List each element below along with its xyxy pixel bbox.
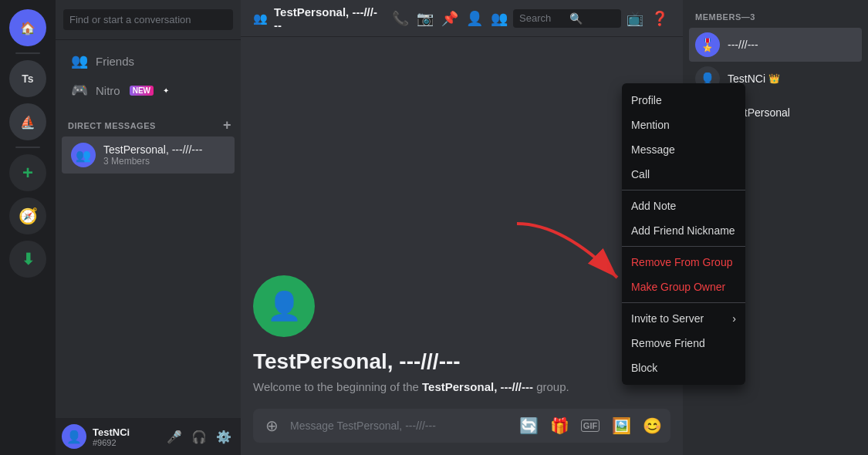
nitro-icon: 🎮 — [71, 82, 86, 99]
user-discriminator: #9692 — [93, 438, 157, 447]
context-block[interactable]: Block — [622, 356, 745, 380]
emoji-spin-button[interactable]: 🔄 — [516, 413, 541, 438]
message-input-box[interactable]: ⊕ Message TestPersonal, ---///--- 🔄 🎁 GI… — [253, 409, 670, 443]
user-controls: 🎤 🎧 ⚙️ — [164, 426, 235, 447]
add-member-icon: 👤 — [466, 10, 483, 27]
help-icon: ❓ — [651, 10, 668, 27]
user-avatar-icon: 👤 — [66, 430, 82, 444]
spin-icon: 🔄 — [519, 416, 539, 435]
boat-icon: ⛵ — [20, 115, 35, 130]
channel-icon: 👥 — [253, 12, 268, 25]
context-add-friend-nickname[interactable]: Add Friend Nickname — [622, 218, 745, 243]
friends-label: Friends — [96, 55, 134, 68]
ts-label: Ts — [22, 72, 33, 85]
search-placeholder: Search — [519, 12, 565, 24]
user-area: 👤 TestNCi #9692 🎤 🎧 ⚙️ — [56, 418, 241, 455]
chat-area: 👤 TestPersonal, ---///--- Welcome to the… — [241, 37, 683, 409]
dm-search-area: Find or start a conversation — [56, 0, 241, 40]
gif-button[interactable]: GIF — [578, 413, 603, 438]
nitro-nav-item[interactable]: 🎮 Nitro NEW ✦ — [62, 76, 235, 105]
pin-button[interactable]: 📌 — [439, 8, 461, 29]
context-remove-from-group[interactable]: Remove From Group — [622, 250, 745, 275]
server-divider — [15, 52, 40, 54]
welcome-group-name: TestPersonal, ---///--- — [422, 380, 533, 393]
settings-button[interactable]: ⚙️ — [213, 426, 235, 447]
context-message[interactable]: Message — [622, 137, 745, 162]
username: TestNCi — [93, 426, 157, 438]
main-content: 👥 TestPersonal, ---///--- 📞 📷 📌 👤 👥 Sear… — [241, 0, 683, 455]
dm-item-testpersonal[interactable]: 👥 TestPersonal, ---///--- 3 Members — [62, 136, 235, 174]
add-member-button[interactable]: 👤 — [464, 8, 485, 29]
phone-icon: 📞 — [392, 10, 409, 27]
context-mention[interactable]: Mention — [622, 113, 745, 137]
explore-icon: 🧭 — [19, 207, 38, 225]
plus-icon: + — [22, 162, 33, 184]
gift-button[interactable]: 🎁 — [547, 413, 572, 438]
nitro-badge: NEW — [130, 86, 154, 96]
chat-welcome: 👤 TestPersonal, ---///--- Welcome to the… — [253, 275, 670, 393]
context-make-group-owner[interactable]: Make Group Owner — [622, 275, 745, 299]
welcome-avatar-icon: 👤 — [267, 290, 302, 322]
find-conversation-input[interactable]: Find or start a conversation — [63, 9, 233, 30]
video-button[interactable]: 📷 — [414, 8, 436, 29]
friends-icon: 👥 — [71, 52, 86, 69]
sticker-icon: 🖼️ — [612, 416, 631, 435]
friends-nav-item[interactable]: 👥 Friends — [62, 46, 235, 76]
search-icon: 🔍 — [569, 12, 615, 25]
emoji-icon: 😊 — [643, 416, 662, 435]
mute-button[interactable]: 🎤 — [164, 426, 185, 447]
add-server-button[interactable]: + — [9, 154, 46, 191]
welcome-desc: Welcome to the beginning of the TestPers… — [253, 380, 569, 393]
dm-sidebar: Find or start a conversation 👥 Friends 🎮… — [56, 0, 241, 455]
download-button[interactable]: ⬇ — [9, 241, 46, 278]
message-input[interactable]: Message TestPersonal, ---///--- — [290, 420, 510, 432]
welcome-title: TestPersonal, ---///--- — [253, 349, 461, 374]
boat-server-icon[interactable]: ⛵ — [9, 103, 46, 140]
discord-home-button[interactable]: 🏠 — [9, 9, 46, 46]
dm-section: 👥 Friends 🎮 Nitro NEW ✦ DIRECT MESSAGES … — [56, 40, 241, 418]
member-item-1[interactable]: 🎖️ ---///--- — [689, 28, 862, 62]
channel-name: 👥 TestPersonal, ---///--- — [253, 5, 377, 32]
help-button[interactable]: ❓ — [649, 8, 670, 29]
member-name-1: ---///--- — [728, 39, 758, 51]
screen-share-button[interactable]: 📺 — [624, 8, 646, 29]
emoji-button[interactable]: 😊 — [640, 413, 664, 438]
dm-item-name: TestPersonal, ---///--- — [103, 143, 225, 156]
gif-icon: GIF — [581, 420, 599, 432]
deafen-button[interactable]: 🎧 — [188, 426, 210, 447]
context-menu: Profile Mention Message Call Add Note Ad… — [622, 83, 745, 385]
settings-icon: ⚙️ — [216, 430, 231, 444]
explore-servers-button[interactable]: 🧭 — [9, 197, 46, 234]
welcome-avatar: 👤 — [253, 275, 315, 337]
ts-server-icon[interactable]: Ts — [9, 60, 46, 97]
context-remove-friend[interactable]: Remove Friend — [622, 331, 745, 356]
direct-messages-label: DIRECT MESSAGES + — [56, 105, 241, 136]
add-dm-button[interactable]: + — [223, 117, 231, 133]
group-avatar: 👥 — [71, 143, 96, 167]
plus-circle-icon: ⊕ — [265, 416, 279, 435]
context-divider-2 — [622, 246, 745, 247]
find-conversation-placeholder: Find or start a conversation — [69, 14, 191, 25]
add-attachment-button[interactable]: ⊕ — [259, 413, 284, 438]
members-icon: 👥 — [491, 10, 508, 27]
context-invite-to-server[interactable]: Invite to Server › — [622, 306, 745, 331]
dm-item-info: TestPersonal, ---///--- 3 Members — [103, 143, 225, 167]
screen-share-icon: 📺 — [627, 10, 643, 27]
context-divider-1 — [622, 190, 745, 190]
context-add-note[interactable]: Add Note — [622, 194, 745, 218]
submenu-arrow-icon: › — [732, 312, 736, 325]
search-bar[interactable]: Search 🔍 — [513, 9, 621, 28]
gift-icon: 🎁 — [550, 416, 569, 435]
mute-icon: 🎤 — [167, 430, 182, 444]
header-actions: 📞 📷 📌 👤 👥 Search 🔍 📺 ❓ — [390, 8, 670, 29]
context-divider-3 — [622, 302, 745, 303]
context-call[interactable]: Call — [622, 162, 745, 187]
server-rail: 🏠 Ts ⛵ + 🧭 ⬇ — [0, 0, 56, 455]
phone-button[interactable]: 📞 — [390, 8, 411, 29]
message-input-area: ⊕ Message TestPersonal, ---///--- 🔄 🎁 GI… — [241, 409, 683, 455]
sticker-button[interactable]: 🖼️ — [609, 413, 633, 438]
members-button[interactable]: 👥 — [488, 8, 510, 29]
context-profile[interactable]: Profile — [622, 88, 745, 113]
nitro-label: Nitro — [96, 84, 120, 97]
members-section-label: MEMBERS—3 — [689, 12, 862, 28]
